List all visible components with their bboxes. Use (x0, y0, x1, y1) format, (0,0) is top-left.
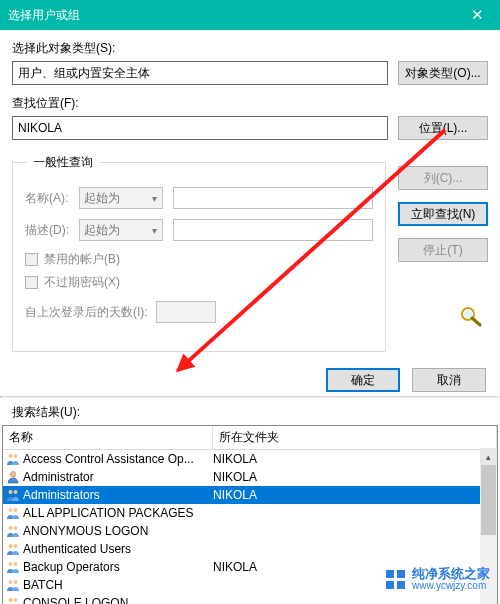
object-type-label: 选择此对象类型(S): (12, 40, 488, 57)
table-row[interactable]: ANONYMOUS LOGON (3, 522, 497, 540)
svg-point-14 (9, 562, 13, 566)
name-filter-label: 名称(A): (25, 190, 79, 207)
watermark: 纯净系统之家 www.ycwjzy.com (385, 567, 490, 592)
svg-point-5 (10, 472, 15, 477)
ok-button[interactable]: 确定 (326, 368, 400, 392)
name-filter-input[interactable] (173, 187, 373, 209)
col-folder-header[interactable]: 所在文件夹 (213, 426, 497, 449)
cancel-button[interactable]: 取消 (412, 368, 486, 392)
desc-filter-label: 描述(D): (25, 222, 79, 239)
watermark-url: www.ycwjzy.com (412, 580, 490, 592)
titlebar: 选择用户或组 ✕ (0, 0, 500, 30)
name-match-combo[interactable]: 起始为 (79, 187, 163, 209)
table-row[interactable]: ALL APPLICATION PACKAGES (3, 504, 497, 522)
stop-button[interactable]: 停止(T) (398, 238, 488, 262)
group-icon (5, 451, 21, 467)
svg-point-1 (464, 310, 472, 318)
scroll-up-icon[interactable]: ▴ (480, 448, 497, 465)
days-since-label: 自上次登录后的天数(I): (25, 304, 148, 321)
svg-point-11 (14, 526, 18, 530)
scroll-thumb[interactable] (481, 465, 496, 535)
disabled-accounts-checkbox[interactable]: 禁用的帐户(B) (25, 251, 373, 268)
group-icon (5, 505, 21, 521)
cell-name: ANONYMOUS LOGON (5, 523, 213, 539)
cell-name: Authenticated Users (5, 541, 213, 557)
cell-folder: NIKOLA (213, 452, 497, 466)
svg-point-4 (14, 454, 18, 458)
cell-name: Access Control Assistance Op... (5, 451, 213, 467)
table-row[interactable]: CONSOLE LOGON (3, 594, 497, 604)
watermark-logo-icon (385, 569, 407, 591)
user-icon (5, 469, 21, 485)
svg-rect-22 (386, 570, 394, 578)
group-icon (5, 487, 21, 503)
cell-name: Administrator (5, 469, 213, 485)
table-header: 名称 所在文件夹 (3, 426, 497, 450)
close-button[interactable]: ✕ (455, 0, 500, 30)
svg-point-6 (9, 490, 13, 494)
close-icon: ✕ (471, 6, 484, 24)
col-name-header[interactable]: 名称 (3, 426, 213, 449)
search-icon (454, 304, 488, 328)
dialog-footer: 确定 取消 (0, 358, 500, 396)
columns-button[interactable]: 列(C)... (398, 166, 488, 190)
object-type-value: 用户、组或内置安全主体 (18, 65, 150, 82)
watermark-title: 纯净系统之家 (412, 567, 490, 580)
svg-rect-24 (386, 581, 394, 589)
svg-point-3 (9, 454, 13, 458)
table-row[interactable]: Access Control Assistance Op...NIKOLA (3, 450, 497, 468)
find-now-button[interactable]: 立即查找(N) (398, 202, 488, 226)
svg-point-8 (9, 508, 13, 512)
location-field[interactable]: NIKOLA (12, 116, 388, 140)
group-icon (5, 541, 21, 557)
results-label: 搜索结果(U): (0, 398, 500, 425)
checkbox-icon (25, 276, 38, 289)
svg-point-7 (14, 490, 18, 494)
svg-line-2 (472, 318, 480, 325)
cell-name: CONSOLE LOGON (5, 595, 213, 604)
svg-point-9 (14, 508, 18, 512)
days-since-spinner[interactable] (156, 301, 216, 323)
window-title: 选择用户或组 (8, 7, 80, 24)
svg-point-15 (14, 562, 18, 566)
table-row[interactable]: AdministratorsNIKOLA (3, 486, 497, 504)
svg-point-16 (9, 580, 13, 584)
svg-point-13 (14, 544, 18, 548)
non-expiring-checkbox[interactable]: 不过期密码(X) (25, 274, 373, 291)
cell-name: ALL APPLICATION PACKAGES (5, 505, 213, 521)
svg-rect-25 (397, 581, 405, 589)
svg-rect-23 (397, 570, 405, 578)
group-icon (5, 523, 21, 539)
svg-point-10 (9, 526, 13, 530)
svg-point-18 (9, 598, 13, 602)
group-icon (5, 577, 21, 593)
location-label: 查找位置(F): (12, 95, 488, 112)
svg-point-19 (14, 598, 18, 602)
svg-point-17 (14, 580, 18, 584)
content-area: 选择此对象类型(S): 用户、组或内置安全主体 对象类型(O)... 查找位置(… (0, 30, 500, 358)
object-type-field[interactable]: 用户、组或内置安全主体 (12, 61, 388, 85)
table-row[interactable]: Authenticated Users (3, 540, 497, 558)
location-value: NIKOLA (18, 121, 62, 135)
common-queries-fieldset: 一般性查询 名称(A): 起始为 描述(D): 起始为 禁用的帐户(B) (12, 162, 386, 352)
common-queries-legend: 一般性查询 (27, 154, 99, 171)
cell-name: BATCH (5, 577, 213, 593)
checkbox-icon (25, 253, 38, 266)
desc-match-combo[interactable]: 起始为 (79, 219, 163, 241)
svg-point-12 (9, 544, 13, 548)
cell-folder: NIKOLA (213, 470, 497, 484)
cell-name: Administrators (5, 487, 213, 503)
table-row[interactable]: AdministratorNIKOLA (3, 468, 497, 486)
object-types-button[interactable]: 对象类型(O)... (398, 61, 488, 85)
cell-name: Backup Operators (5, 559, 213, 575)
group-icon (5, 559, 21, 575)
group-icon (5, 595, 21, 604)
cell-folder: NIKOLA (213, 488, 497, 502)
